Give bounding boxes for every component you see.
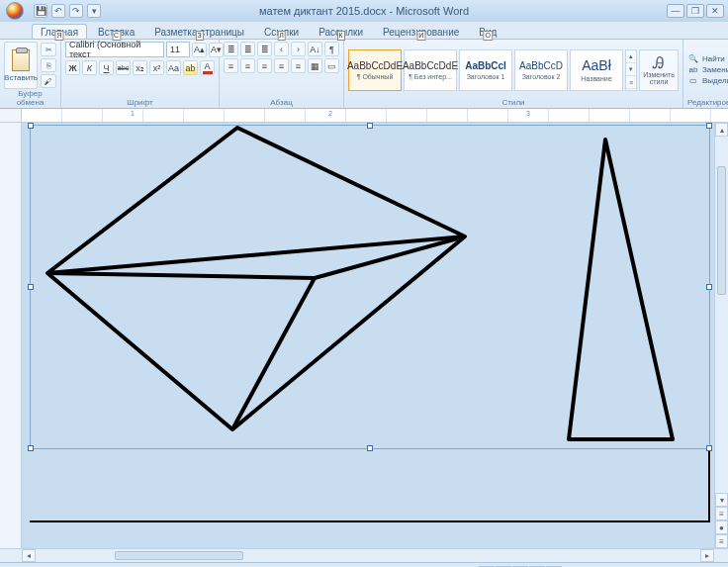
sort-button[interactable]: A↓ bbox=[308, 42, 322, 56]
find-button[interactable]: 🔍Найти bbox=[687, 54, 728, 63]
qat-save[interactable]: 💾 bbox=[34, 4, 47, 18]
qat-more[interactable]: ▾ bbox=[87, 4, 101, 18]
clipboard-icon bbox=[12, 49, 30, 71]
status-bar: Страница: 3 из 4 Число слов: 547 русский… bbox=[0, 562, 728, 567]
font-family-combo[interactable]: Calibri (Основной текст bbox=[65, 42, 164, 57]
tab-references[interactable]: СсылкиЛ bbox=[255, 24, 308, 39]
gallery-scroll[interactable]: ▴▾≡ bbox=[625, 49, 637, 91]
subscript-button[interactable]: x₂ bbox=[133, 60, 147, 75]
styles-gallery: AaBbCcDdE¶ Обычный AaBbCcDdE¶ Без интер.… bbox=[348, 49, 679, 91]
horizontal-scrollbar[interactable]: ◂ ▸ bbox=[0, 548, 728, 562]
window-maximize[interactable]: ❐ bbox=[686, 4, 704, 18]
prev-page[interactable]: ≡ bbox=[715, 507, 728, 520]
tab-review[interactable]: РецензированиеИ bbox=[374, 24, 468, 39]
bullets-button[interactable]: ≣ bbox=[224, 42, 238, 56]
hscroll-thumb[interactable] bbox=[115, 551, 243, 560]
group-label-font: Шрифт bbox=[65, 98, 215, 108]
decrease-indent[interactable]: ‹ bbox=[274, 42, 289, 56]
document-drawing bbox=[30, 123, 710, 538]
scroll-down[interactable]: ▾ bbox=[715, 493, 728, 507]
qat-undo[interactable]: ↶ bbox=[51, 4, 65, 18]
qat-redo[interactable]: ↷ bbox=[69, 4, 83, 18]
window-title: матем диктант 2015.docx - Microsoft Word bbox=[259, 5, 469, 17]
scroll-up[interactable]: ▴ bbox=[715, 123, 728, 137]
font-color-button[interactable]: A bbox=[200, 60, 215, 75]
ribbon: Вставить ✂ ⎘ 🖌 Буфер обмена Calibri (Осн… bbox=[0, 40, 728, 109]
superscript-button[interactable]: x² bbox=[149, 60, 164, 75]
office-button[interactable] bbox=[0, 0, 30, 22]
group-label-paragraph: Абзац bbox=[224, 98, 339, 108]
group-paragraph: ≣ ≣ ≣ ‹ › A↓ ¶ ≡ ≡ ≡ ≡ ≡ ▦ ▭ Абзац bbox=[220, 40, 344, 108]
scroll-left[interactable]: ◂ bbox=[22, 549, 36, 562]
shading-button[interactable]: ▦ bbox=[308, 58, 322, 73]
quick-access-toolbar: 💾 ↶ ↷ ▾ bbox=[30, 4, 105, 18]
svg-marker-0 bbox=[47, 128, 465, 273]
bold-button[interactable]: Ж bbox=[65, 60, 80, 75]
strike-button[interactable]: abc bbox=[116, 60, 131, 75]
paste-button[interactable]: Вставить bbox=[4, 42, 38, 89]
group-label-editing: Редактирование bbox=[687, 98, 728, 108]
style-heading2[interactable]: AaBbCcDЗаголовок 2 bbox=[514, 49, 568, 91]
svg-marker-1 bbox=[569, 140, 673, 439]
vertical-scrollbar[interactable]: ▴ ▾ ≡ ● ≡ bbox=[714, 123, 728, 548]
select-icon: ▭ bbox=[687, 76, 699, 85]
next-page[interactable]: ≡ bbox=[715, 534, 728, 548]
scroll-right[interactable]: ▸ bbox=[700, 549, 714, 562]
show-marks[interactable]: ¶ bbox=[324, 42, 339, 56]
find-icon: 🔍 bbox=[687, 54, 699, 63]
underline-button[interactable]: Ч bbox=[99, 60, 114, 75]
style-normal[interactable]: AaBbCcDdE¶ Обычный bbox=[348, 49, 402, 91]
select-button[interactable]: ▭Выделить bbox=[687, 76, 728, 85]
ribbon-tabs: ГлавнаяЯ ВставкаС Разметка страницыЗ Ссы… bbox=[0, 22, 728, 40]
align-left[interactable]: ≡ bbox=[224, 58, 238, 73]
group-font: Calibri (Основной текст 11 A▴ A▾ Ж К Ч a… bbox=[61, 40, 220, 108]
title-bar: 💾 ↶ ↷ ▾ матем диктант 2015.docx - Micros… bbox=[0, 0, 728, 22]
borders-button[interactable]: ▭ bbox=[324, 58, 339, 73]
group-styles: AaBbCcDdE¶ Обычный AaBbCcDdE¶ Без интер.… bbox=[344, 40, 683, 108]
numbering-button[interactable]: ≣ bbox=[240, 42, 255, 56]
tab-mailings[interactable]: РассылкиК bbox=[310, 24, 372, 39]
align-right[interactable]: ≡ bbox=[257, 58, 272, 73]
office-orb-icon bbox=[6, 2, 24, 20]
ruler-corner bbox=[0, 109, 22, 122]
change-case-button[interactable]: Aa bbox=[166, 60, 181, 75]
justify[interactable]: ≡ bbox=[274, 58, 289, 73]
document-workspace: ▴ ▾ ≡ ● ≡ bbox=[0, 123, 728, 548]
replace-icon: ab bbox=[687, 65, 699, 74]
change-styles-icon: Ꭿ bbox=[653, 55, 665, 71]
align-center[interactable]: ≡ bbox=[240, 58, 255, 73]
grow-font[interactable]: A▴ bbox=[192, 43, 207, 57]
window-close[interactable]: ✕ bbox=[706, 4, 724, 18]
window-minimize[interactable]: — bbox=[667, 4, 684, 18]
style-heading1[interactable]: AaBbCcIЗаголовок 1 bbox=[459, 49, 512, 91]
tab-insert[interactable]: ВставкаС bbox=[89, 24, 143, 39]
tab-view[interactable]: ВидО bbox=[470, 24, 505, 39]
group-label-clipboard: Буфер обмена bbox=[4, 89, 56, 108]
tab-page-layout[interactable]: Разметка страницыЗ bbox=[145, 24, 253, 39]
cut-button[interactable]: ✂ bbox=[41, 43, 56, 56]
group-clipboard: Вставить ✂ ⎘ 🖌 Буфер обмена bbox=[0, 40, 61, 108]
font-size-combo[interactable]: 11 bbox=[166, 42, 190, 57]
multilevel-button[interactable]: ≣ bbox=[257, 42, 272, 56]
group-label-styles: Стили bbox=[348, 98, 679, 108]
italic-button[interactable]: К bbox=[82, 60, 97, 75]
replace-button[interactable]: abЗаменить bbox=[687, 65, 728, 74]
increase-indent[interactable]: › bbox=[291, 42, 306, 56]
format-painter-button[interactable]: 🖌 bbox=[41, 74, 56, 88]
change-styles-button[interactable]: ᎯИзменить стили bbox=[639, 49, 679, 91]
group-editing: 🔍Найти abЗаменить ▭Выделить Редактирован… bbox=[683, 40, 728, 108]
line-spacing[interactable]: ≡ bbox=[291, 58, 306, 73]
vertical-ruler[interactable] bbox=[0, 123, 22, 548]
tab-home[interactable]: ГлавнаяЯ bbox=[32, 24, 87, 39]
horizontal-ruler[interactable]: 1 2 3 bbox=[0, 109, 728, 123]
highlight-button[interactable]: ab bbox=[183, 60, 198, 75]
document-area[interactable] bbox=[22, 123, 728, 548]
browse-object[interactable]: ● bbox=[715, 520, 728, 534]
style-title[interactable]: AaBłНазвание bbox=[570, 49, 623, 91]
copy-button[interactable]: ⎘ bbox=[41, 58, 56, 72]
vscroll-thumb[interactable] bbox=[717, 166, 726, 295]
style-nospacing[interactable]: AaBbCcDdE¶ Без интер... bbox=[404, 49, 457, 91]
